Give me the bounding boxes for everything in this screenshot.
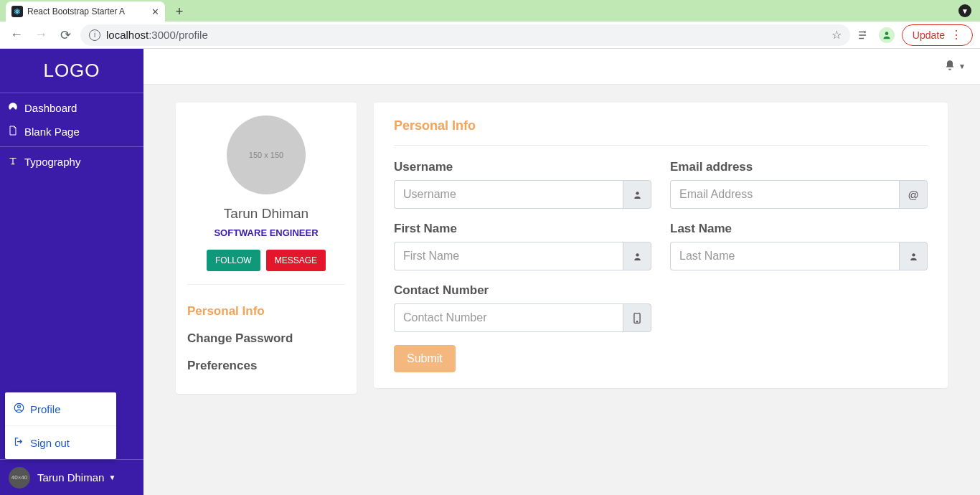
tab-close-icon[interactable]: ✕ (151, 6, 159, 17)
media-control-icon[interactable] (856, 27, 872, 43)
field-contact: Contact Number (394, 283, 651, 332)
svg-point-3 (636, 192, 639, 194)
user-icon (899, 242, 928, 270)
username-label: Username (394, 160, 651, 174)
signout-icon (14, 436, 24, 449)
sidebar-item-dashboard[interactable]: Dashboard (0, 96, 143, 120)
svg-point-7 (636, 321, 637, 321)
mobile-icon (623, 303, 651, 332)
user-menu-label: Profile (30, 403, 61, 415)
first-name-input[interactable] (394, 242, 623, 270)
typography-icon (7, 156, 19, 168)
update-label: Update (913, 29, 945, 41)
message-button[interactable]: MESSAGE (266, 250, 326, 271)
avatar-placeholder-text: 150 x 150 (249, 151, 283, 159)
at-icon: @ (899, 180, 928, 209)
user-circle-icon (14, 402, 24, 415)
url-text: localhost:3000/profile (106, 29, 208, 41)
username-input[interactable] (394, 180, 623, 209)
field-last-name: Last Name (670, 222, 928, 270)
chrome-toolbar-icons: Update ⋮ (856, 24, 973, 46)
caret-down-icon: ▼ (108, 473, 116, 481)
profile-tab-change-password[interactable]: Change Password (187, 325, 345, 352)
field-first-name: First Name (394, 222, 651, 270)
profile-card: 150 x 150 Tarun Dhiman SOFTWARE ENGINEER… (176, 103, 357, 394)
divider (187, 284, 345, 285)
form-title: Personal Info (394, 118, 928, 146)
browser-update-button[interactable]: Update ⋮ (902, 24, 973, 46)
email-label: Email address (670, 160, 928, 174)
browser-tab[interactable]: ⚛ React Bootstrap Starter A ✕ (6, 1, 165, 22)
user-icon (623, 242, 651, 270)
user-avatar-small: 40×40 (9, 467, 30, 489)
sidebar: LOGO Dashboard Blank Page Typography (0, 49, 143, 495)
sidebar-user-name: Tarun Dhiman (37, 471, 104, 484)
contact-label: Contact Number (394, 283, 651, 298)
notifications-dropdown[interactable]: ▼ (944, 60, 966, 74)
topbar: ▼ (143, 49, 980, 85)
address-bar: ← → ⟳ i localhost:3000/profile ☆ Update … (0, 22, 980, 49)
react-favicon: ⚛ (11, 6, 23, 17)
sidebar-user-toggle[interactable]: 40×40 Tarun Dhiman ▼ (0, 459, 143, 495)
profile-actions: FOLLOW MESSAGE (187, 250, 345, 284)
site-info-icon[interactable]: i (89, 29, 100, 41)
forward-button[interactable]: → (32, 27, 50, 42)
kebab-menu-icon[interactable]: ⋮ (951, 29, 962, 41)
sidebar-item-label: Blank Page (24, 126, 80, 138)
svg-point-0 (885, 32, 889, 35)
sidebar-group-1: Dashboard Blank Page (0, 93, 143, 147)
caret-down-icon: ▼ (958, 62, 966, 70)
reload-button[interactable]: ⟳ (56, 27, 75, 43)
main-area: ▼ 150 x 150 Tarun Dhiman SOFTWARE ENGINE… (143, 49, 980, 495)
window-menu-icon[interactable]: ▼ (958, 4, 971, 17)
tab-title: React Bootstrap Starter A (27, 6, 147, 16)
app-root: LOGO Dashboard Blank Page Typography (0, 49, 980, 495)
browser-chrome: ⚛ React Bootstrap Starter A ✕ + ▼ ← → ⟳ … (0, 0, 980, 49)
first-name-label: First Name (394, 222, 651, 236)
user-menu-profile[interactable]: Profile (5, 392, 116, 425)
logo[interactable]: LOGO (0, 49, 143, 93)
svg-point-4 (636, 253, 639, 256)
content: 150 x 150 Tarun Dhiman SOFTWARE ENGINEER… (143, 85, 980, 412)
dashboard-icon (7, 102, 19, 114)
last-name-input[interactable] (670, 242, 899, 270)
profile-avatar-icon[interactable] (879, 27, 895, 43)
profile-tab-preferences[interactable]: Preferences (187, 352, 345, 380)
user-menu-label: Sign out (30, 437, 70, 449)
submit-button[interactable]: Submit (394, 345, 456, 372)
sidebar-item-label: Typography (24, 156, 80, 168)
form-grid: Username Email address @ (394, 160, 928, 332)
profile-tab-personal-info[interactable]: Personal Info (187, 298, 345, 325)
url-input[interactable]: i localhost:3000/profile ☆ (80, 24, 850, 46)
back-button[interactable]: ← (7, 27, 26, 42)
profile-avatar-large: 150 x 150 (227, 116, 306, 194)
field-username: Username (394, 160, 651, 209)
sidebar-item-label: Dashboard (24, 102, 77, 114)
svg-point-5 (912, 253, 915, 256)
user-icon (623, 180, 651, 209)
url-path: :3000/profile (149, 29, 208, 41)
profile-role: SOFTWARE ENGINEER (187, 227, 345, 238)
bell-icon (944, 60, 956, 74)
file-icon (7, 126, 19, 138)
last-name-label: Last Name (670, 222, 928, 236)
bookmark-star-icon[interactable]: ☆ (831, 28, 842, 42)
new-tab-button[interactable]: + (169, 1, 189, 22)
sidebar-item-typography[interactable]: Typography (0, 150, 143, 174)
tab-strip: ⚛ React Bootstrap Starter A ✕ + ▼ (0, 0, 980, 22)
svg-point-2 (18, 405, 21, 408)
contact-input[interactable] (394, 303, 623, 332)
user-menu-signout[interactable]: Sign out (5, 425, 116, 459)
user-menu-popup: Profile Sign out (5, 392, 116, 459)
url-host: localhost (106, 29, 149, 41)
sidebar-item-blank-page[interactable]: Blank Page (0, 120, 143, 143)
personal-info-form: Personal Info Username Email address (374, 103, 948, 388)
field-email: Email address @ (670, 160, 928, 209)
email-input[interactable] (670, 180, 899, 209)
sidebar-group-2: Typography (0, 147, 143, 176)
profile-name: Tarun Dhiman (187, 206, 345, 222)
follow-button[interactable]: FOLLOW (207, 250, 260, 271)
